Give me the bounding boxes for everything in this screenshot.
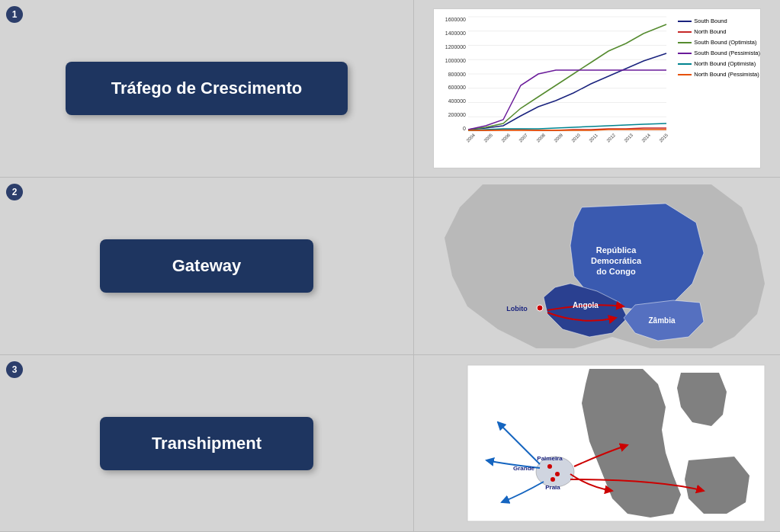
- left-panel-3: 3 Transhipment: [0, 355, 414, 531]
- svg-text:2013: 2013: [623, 133, 634, 143]
- svg-text:República: República: [596, 245, 637, 255]
- row-1: 1 Tráfego de Crescimento 1600000 1400000…: [0, 0, 780, 178]
- legend-north-pess: North Bound (Pessimista): [678, 70, 760, 79]
- svg-text:2012: 2012: [605, 133, 616, 143]
- svg-text:2006: 2006: [500, 133, 511, 143]
- africa-map-svg: República Democrática do Congo Angola Zâ…: [422, 184, 772, 348]
- svg-text:Zâmbia: Zâmbia: [648, 316, 675, 325]
- svg-text:Palmeira: Palmeira: [537, 455, 563, 462]
- svg-point-30: [547, 464, 552, 469]
- chart-legend: South Bound North Bound South Bound (Opt…: [678, 17, 760, 81]
- svg-text:2004: 2004: [465, 133, 476, 143]
- svg-text:2008: 2008: [535, 133, 546, 143]
- row-number-3: 3: [6, 361, 23, 378]
- tranship-svg: Palmeira Grande Praia: [422, 361, 772, 525]
- svg-text:2009: 2009: [553, 133, 563, 143]
- legend-north-bound: North Bound: [678, 27, 760, 37]
- svg-text:Democrática: Democrática: [591, 256, 642, 265]
- row-2: 2 Gateway: [0, 178, 780, 355]
- gateway-button[interactable]: Gateway: [100, 239, 313, 293]
- left-panel-1: 1 Tráfego de Crescimento: [0, 0, 414, 177]
- left-panel-2: 2 Gateway: [0, 178, 414, 354]
- svg-text:2011: 2011: [588, 133, 599, 143]
- transhipment-map-panel: Palmeira Grande Praia: [414, 355, 780, 531]
- row-number-2: 2: [6, 184, 23, 200]
- trafego-button[interactable]: Tráfego de Crescimento: [66, 62, 348, 115]
- svg-text:2015: 2015: [658, 133, 669, 143]
- growth-chart: 1600000 1400000 1200000 1000000 800000 6…: [433, 8, 761, 168]
- chart-panel: 1600000 1400000 1200000 1000000 800000 6…: [414, 0, 780, 177]
- svg-text:2010: 2010: [570, 133, 581, 143]
- svg-point-21: [537, 305, 543, 311]
- svg-text:do Congo: do Congo: [596, 267, 636, 276]
- transhipment-map: Palmeira Grande Praia: [422, 361, 772, 525]
- transhipment-button[interactable]: Transhipment: [100, 417, 313, 470]
- svg-point-31: [555, 472, 560, 476]
- svg-text:Lobito: Lobito: [506, 305, 528, 312]
- svg-text:2007: 2007: [518, 133, 528, 143]
- gateway-map-panel: República Democrática do Congo Angola Zâ…: [414, 178, 780, 354]
- svg-text:2005: 2005: [483, 133, 493, 143]
- legend-south-opt: South Bound (Optimista): [678, 38, 760, 47]
- gateway-map: República Democrática do Congo Angola Zâ…: [422, 184, 772, 348]
- legend-north-opt: North Bound (Optimista): [678, 59, 760, 69]
- chart-svg: 2004 2005 2006 2007 2008 2009 2010 2011 …: [468, 17, 666, 131]
- chart-area: 1600000 1400000 1200000 1000000 800000 6…: [468, 17, 753, 131]
- svg-text:Praia: Praia: [545, 484, 560, 491]
- svg-text:2014: 2014: [640, 133, 651, 143]
- row-number-1: 1: [6, 6, 23, 23]
- svg-text:Angola: Angola: [573, 301, 599, 309]
- row-3: 3 Transhipment: [0, 355, 780, 532]
- svg-text:Grande: Grande: [513, 465, 535, 472]
- y-axis-labels: 1600000 1400000 1200000 1000000 800000 6…: [435, 17, 466, 131]
- svg-point-32: [550, 477, 555, 482]
- legend-south-pess: South Bound (Pessimista): [678, 49, 760, 58]
- legend-south-bound: South Bound: [678, 17, 760, 26]
